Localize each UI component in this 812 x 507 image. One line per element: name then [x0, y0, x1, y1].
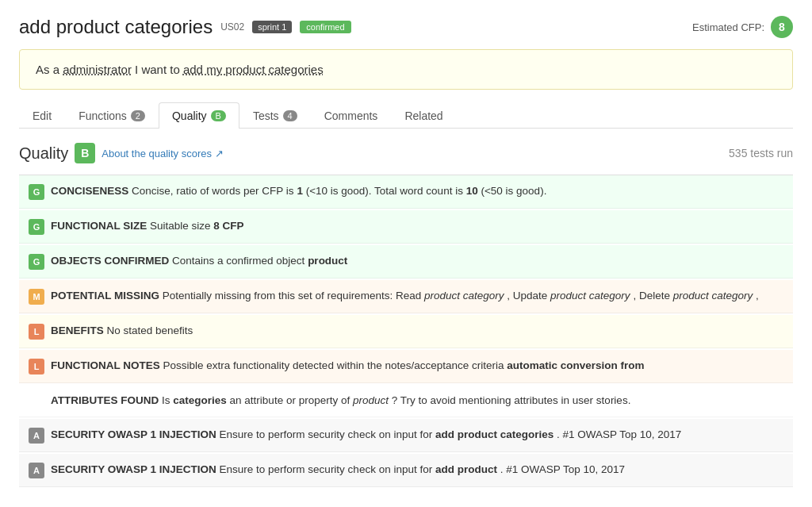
tab-tests-label: Tests: [253, 109, 279, 122]
badge-m-potential-missing: M: [29, 289, 44, 305]
security-1-label: SECURITY OWASP 1 INJECTION: [51, 428, 216, 440]
functional-notes-text: FUNCTIONAL NOTES Possible extra function…: [51, 358, 783, 374]
tab-comments-label: Comments: [324, 109, 378, 122]
quality-item-potential-missing: M POTENTIAL MISSING Potentially missing …: [19, 280, 793, 313]
tab-quality[interactable]: Quality B: [159, 102, 239, 129]
badge-g-objects-confirmed: G: [29, 254, 44, 270]
badge-a-security-2: A: [29, 463, 44, 478]
story-action[interactable]: add my product categories: [183, 63, 324, 76]
story-middle: I want to: [132, 63, 183, 76]
tests-run-count: 535 tests run: [729, 147, 793, 159]
page-title: add product categories: [19, 16, 213, 38]
tab-functions-badge: 2: [131, 110, 145, 121]
badge-a-security-1: A: [29, 428, 44, 444]
functional-notes-label: FUNCTIONAL NOTES: [51, 359, 160, 371]
security-2-text: SECURITY OWASP 1 INJECTION Ensure to per…: [51, 462, 783, 478]
cfp-value: 8: [771, 16, 793, 38]
about-quality-link[interactable]: About the quality scores ↗: [102, 148, 223, 159]
quality-header-left: Quality B About the quality scores ↗: [19, 143, 224, 163]
badge-l-benefits: L: [29, 324, 44, 340]
quality-item-functional-notes: L FUNCTIONAL NOTES Possible extra functi…: [19, 350, 793, 383]
objects-confirmed-text: OBJECTS CONFIRMED Contains a confirmed o…: [51, 253, 783, 269]
objects-confirmed-label: OBJECTS CONFIRMED: [51, 255, 169, 267]
tab-quality-badge: B: [211, 110, 226, 121]
conciseness-label: CONCISENESS: [51, 185, 128, 197]
security-1-text: SECURITY OWASP 1 INJECTION Ensure to per…: [51, 427, 783, 443]
attributes-found-label: ATTRIBUTES FOUND: [51, 394, 159, 406]
quality-item-security-1: A SECURITY OWASP 1 INJECTION Ensure to p…: [19, 419, 793, 452]
confirmed-badge: confirmed: [300, 21, 350, 33]
header-left: add product categories US02 sprint 1 con…: [19, 16, 351, 38]
tab-tests[interactable]: Tests 4: [239, 102, 311, 129]
tab-edit-label: Edit: [33, 109, 52, 122]
benefits-label: BENEFITS: [51, 325, 104, 336]
header-right: Estimated CFP: 8: [692, 16, 793, 38]
tab-tests-badge: 4: [283, 110, 297, 121]
quality-item-security-2: A SECURITY OWASP 1 INJECTION Ensure to p…: [19, 454, 793, 487]
quality-section-title: Quality: [19, 144, 68, 163]
security-2-label: SECURITY OWASP 1 INJECTION: [51, 463, 216, 475]
conciseness-text: CONCISENESS Concise, ratio of words per …: [51, 183, 783, 199]
tab-comments[interactable]: Comments: [311, 102, 392, 129]
quality-item-functional-size: G FUNCTIONAL SIZE Suitable size 8 CFP: [19, 210, 793, 244]
quality-item-attributes-found: ATTRIBUTES FOUND Is categories an attrib…: [19, 385, 793, 417]
story-prefix: As a: [36, 63, 63, 76]
tab-related[interactable]: Related: [391, 102, 456, 129]
quality-items-list: G CONCISENESS Concise, ratio of words pe…: [19, 175, 793, 487]
tab-quality-label: Quality: [172, 109, 207, 122]
tab-edit[interactable]: Edit: [19, 102, 65, 129]
attributes-found-text: ATTRIBUTES FOUND Is categories an attrib…: [51, 393, 783, 409]
tab-functions[interactable]: Functions 2: [65, 102, 159, 129]
potential-missing-label: POTENTIAL MISSING: [51, 290, 159, 302]
sprint-badge: sprint 1: [252, 21, 292, 33]
cfp-label: Estimated CFP:: [692, 21, 764, 33]
benefits-text: BENEFITS No stated benefits: [51, 323, 783, 339]
quality-grade-badge: B: [75, 143, 95, 163]
tabs-row: Edit Functions 2 Quality B Tests 4 Comme…: [19, 102, 793, 129]
quality-item-conciseness: G CONCISENESS Concise, ratio of words pe…: [19, 175, 793, 209]
tab-functions-label: Functions: [79, 109, 127, 122]
badge-l-functional-notes: L: [29, 359, 44, 374]
tab-related-label: Related: [404, 109, 442, 122]
potential-missing-text: POTENTIAL MISSING Potentially missing fr…: [51, 288, 783, 304]
user-story-banner: As a administrator I want to add my prod…: [19, 49, 793, 90]
quality-item-objects-confirmed: G OBJECTS CONFIRMED Contains a confirmed…: [19, 245, 793, 278]
us-code: US02: [220, 21, 244, 33]
badge-g-functional-size: G: [29, 219, 44, 235]
functional-size-text: FUNCTIONAL SIZE Suitable size 8 CFP: [51, 218, 783, 234]
story-role[interactable]: administrator: [63, 63, 132, 76]
functional-size-label: FUNCTIONAL SIZE: [51, 220, 147, 232]
quality-item-benefits: L BENEFITS No stated benefits: [19, 315, 793, 348]
page-header: add product categories US02 sprint 1 con…: [19, 16, 793, 38]
quality-header: Quality B About the quality scores ↗ 535…: [19, 143, 793, 163]
badge-g-conciseness: G: [29, 184, 44, 200]
